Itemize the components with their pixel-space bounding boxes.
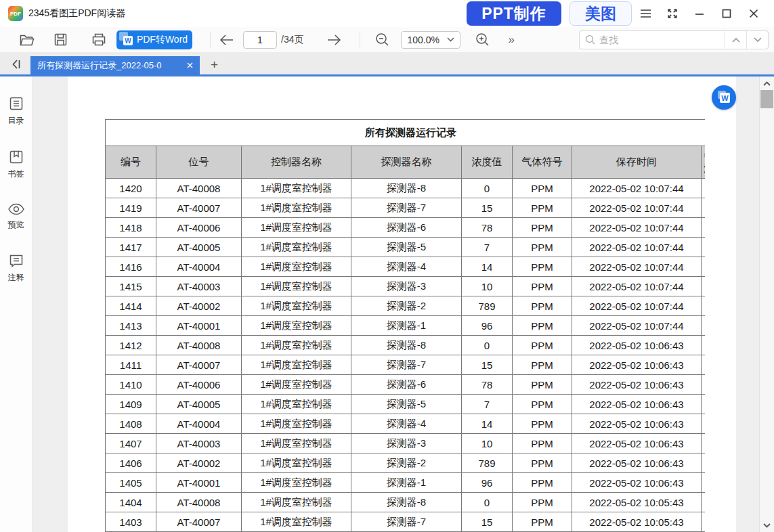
table-row: 1413AT-400011#调度室控制器探测器-196PPM2022-05-02… <box>106 316 706 336</box>
table-cell <box>702 414 706 434</box>
table-cell: 1404 <box>106 493 156 512</box>
table-cell: 1408 <box>106 414 156 434</box>
page-total-label: /34页 <box>281 34 303 46</box>
table-cell: 1#调度室控制器 <box>242 277 351 296</box>
table-cell <box>702 296 706 316</box>
table-cell <box>702 453 706 473</box>
sidebar-item-annotations[interactable]: 注释 <box>8 253 24 284</box>
table-cell: AT-40004 <box>156 414 242 434</box>
table-cell: 2022-05-02 10:05:43 <box>572 512 702 532</box>
save-icon <box>54 33 67 46</box>
table-cell: PPM <box>513 179 572 198</box>
table-cell: 探测器-7 <box>351 198 462 218</box>
column-header: 备注 <box>702 146 706 179</box>
collapse-sidebar-button[interactable] <box>8 57 24 72</box>
table-cell: 2022-05-02 10:06:43 <box>572 395 702 414</box>
table-cell: AT-40008 <box>156 493 242 512</box>
menu-button[interactable] <box>632 1 659 26</box>
table-cell: 2022-05-02 10:06:43 <box>572 434 702 453</box>
sidebar-item-toc[interactable]: 目录 <box>8 95 24 127</box>
table-cell: 探测器-1 <box>351 473 462 493</box>
tab-bar: 所有探测器运行记录_2022-05-0 + <box>0 53 774 76</box>
pdf-app-logo-icon: PDF <box>8 6 23 21</box>
zoom-level-select[interactable]: 100.0% <box>401 31 460 49</box>
table-row: 1418AT-400061#调度室控制器探测器-678PPM2022-05-02… <box>106 218 706 238</box>
menu-icon <box>640 9 651 18</box>
table-cell: 1#调度室控制器 <box>242 414 351 434</box>
document-title: 所有探测器运行记录 <box>106 120 706 146</box>
table-cell: 探测器-3 <box>351 277 462 296</box>
table-cell: 1#调度室控制器 <box>242 473 351 493</box>
column-header: 控制器名称 <box>242 146 351 179</box>
table-cell: 789 <box>462 296 513 316</box>
zoom-in-button[interactable] <box>474 32 490 48</box>
table-cell: 1407 <box>106 434 156 453</box>
close-button[interactable] <box>740 1 767 26</box>
vertical-scrollbar[interactable] <box>759 76 774 532</box>
pdf-to-word-button[interactable]: W PDF转Word <box>116 30 192 49</box>
table-cell: 1#调度室控制器 <box>242 512 351 532</box>
page-number-input[interactable] <box>243 31 277 49</box>
maximize-button[interactable] <box>713 1 740 26</box>
table-cell: PPM <box>513 395 572 414</box>
table-cell: 1415 <box>106 277 156 296</box>
table-cell: 2022-05-02 10:06:43 <box>572 453 702 473</box>
ppt-promo-button[interactable]: PPT制作 <box>467 1 561 26</box>
document-viewport: 所有探测器运行记录 编号位号控制器名称探测器名称浓度值气体符号保存时间备注 14… <box>33 76 759 532</box>
toolbar: W PDF转Word /34页 100.0% » <box>0 27 774 53</box>
scroll-up-button[interactable] <box>760 76 774 90</box>
table-row: 1417AT-400051#调度室控制器探测器-57PPM2022-05-02 … <box>106 238 706 257</box>
save-button[interactable] <box>52 32 68 48</box>
previous-page-button[interactable] <box>219 32 235 48</box>
table-row: 1404AT-400081#调度室控制器探测器-80PPM2022-05-02 … <box>106 493 706 512</box>
next-page-button[interactable] <box>326 32 342 48</box>
table-cell: 1409 <box>106 395 156 414</box>
titlebar: PDF 2345看图王PDF阅读器 PPT制作 美图 <box>0 0 774 27</box>
meitu-promo-button[interactable]: 美图 <box>569 1 632 26</box>
toc-list-icon <box>8 95 24 112</box>
open-file-button[interactable] <box>19 32 35 48</box>
print-button[interactable] <box>91 32 107 48</box>
table-cell: 10 <box>462 434 513 453</box>
more-tools-button[interactable]: » <box>508 33 514 47</box>
minimize-button[interactable] <box>686 1 713 26</box>
collapse-left-icon <box>11 59 22 70</box>
table-cell: 2022-05-02 10:07:44 <box>572 257 702 277</box>
table-cell: 探测器-2 <box>351 453 462 473</box>
table-cell <box>702 375 706 395</box>
table-cell: 1#调度室控制器 <box>242 395 351 414</box>
search-previous-button[interactable] <box>725 31 746 49</box>
table-cell: 7 <box>462 395 513 414</box>
tab-close-button[interactable] <box>185 61 194 70</box>
table-row: 1420AT-400081#调度室控制器探测器-80PPM2022-05-02 … <box>106 179 706 198</box>
table-cell: 15 <box>462 198 513 218</box>
column-header: 保存时间 <box>572 146 702 179</box>
search-field[interactable] <box>580 31 725 49</box>
table-cell: 1#调度室控制器 <box>242 296 351 316</box>
table-cell: 96 <box>462 473 513 493</box>
scroll-down-button[interactable] <box>760 518 774 532</box>
scrollbar-thumb[interactable] <box>760 90 773 108</box>
table-cell: 1414 <box>106 296 156 316</box>
table-cell: PPM <box>513 453 572 473</box>
toolbar-separator <box>210 32 211 47</box>
zoom-in-icon <box>475 32 490 47</box>
table-cell: PPM <box>513 493 572 512</box>
sidebar-item-preview[interactable]: 预览 <box>7 202 25 231</box>
fullscreen-button[interactable] <box>659 1 686 26</box>
column-header: 气体符号 <box>513 146 572 179</box>
table-cell: 探测器-6 <box>351 375 462 395</box>
document-tab[interactable]: 所有探测器运行记录_2022-05-0 <box>30 56 200 74</box>
word-convert-float-button[interactable]: W <box>712 85 736 110</box>
table-cell <box>702 316 706 336</box>
table-cell: AT-40005 <box>156 238 242 257</box>
new-tab-button[interactable]: + <box>211 58 218 71</box>
sidebar-item-bookmarks[interactable]: 书签 <box>8 149 24 180</box>
zoom-out-button[interactable] <box>374 32 390 48</box>
chevron-down-icon <box>447 37 454 42</box>
search-input[interactable] <box>599 35 719 45</box>
print-icon <box>92 33 106 46</box>
search-next-button[interactable] <box>746 31 768 49</box>
table-cell: 2022-05-02 10:07:44 <box>572 198 702 218</box>
table-cell: 2022-05-02 10:07:44 <box>572 277 702 296</box>
